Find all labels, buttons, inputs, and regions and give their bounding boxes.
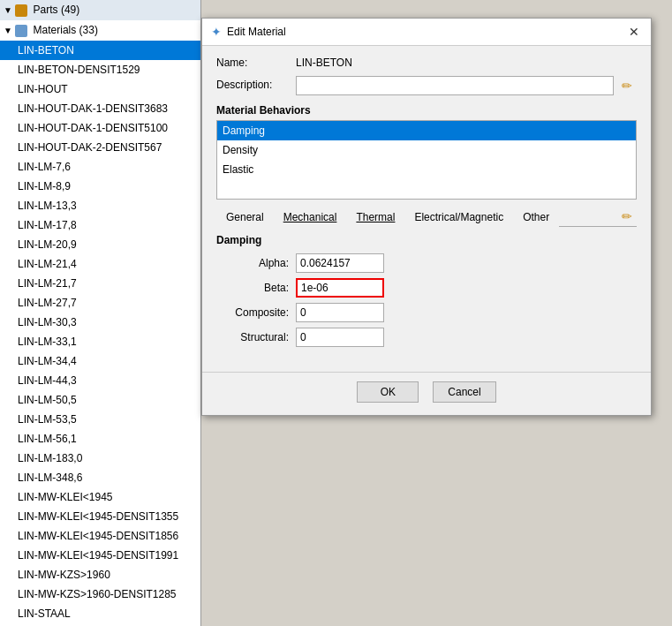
description-edit-button[interactable]: ✏ xyxy=(617,76,637,95)
form-field-label: Alpha: xyxy=(216,257,296,269)
material-list-item[interactable]: LIN-LM-30,3 xyxy=(0,313,200,332)
name-row: Name: LIN-BETON xyxy=(216,57,637,69)
dialog-body: Name: LIN-BETON Description: ✏ Material … xyxy=(202,46,651,363)
material-list-item[interactable]: LIN-LM-348,6 xyxy=(0,468,200,487)
material-list-item[interactable]: LIN-MW-KZS>1960 xyxy=(0,565,200,585)
material-list-item[interactable]: LIN-LM-27,7 xyxy=(0,293,200,313)
form-section-title: Damping xyxy=(216,234,637,246)
tabs-row: GeneralMechanicalThermalElectrical/Magne… xyxy=(216,207,637,227)
material-list-item[interactable]: LIN-MW-KLEI<1945-DENSIT1355 xyxy=(0,507,200,526)
materials-group-label: Materials (33) xyxy=(34,24,98,36)
description-input-wrap: ✏ xyxy=(296,76,637,95)
dialog-titlebar: ✦ Edit Material ✕ xyxy=(202,19,651,46)
form-row: Composite: xyxy=(216,303,637,322)
edit-material-dialog: ✦ Edit Material ✕ Name: LIN-BETON Descri… xyxy=(201,18,652,416)
material-list-item[interactable]: LIN-MW-KLEI<1945-DENSIT1856 xyxy=(0,526,200,546)
description-row: Description: ✏ xyxy=(216,76,637,95)
material-list-item[interactable]: LIN-LM-21,7 xyxy=(0,274,200,293)
expand-icon: ▼ xyxy=(4,26,12,35)
tab-other[interactable]: Other xyxy=(513,207,559,227)
form-field-label: Beta: xyxy=(216,282,296,294)
form-row: Alpha: xyxy=(216,253,637,273)
material-list-item[interactable]: LIN-LM-183,0 xyxy=(0,449,200,468)
material-list-item[interactable]: LIN-STAAL xyxy=(0,604,200,623)
material-list-item[interactable]: LIN-MW-KZS>1960-DENSIT1285 xyxy=(0,585,200,604)
ok-button[interactable]: OK xyxy=(357,381,419,403)
material-list-item[interactable]: LIN-LM-21,4 xyxy=(0,254,200,274)
parts-group-label: Parts (49) xyxy=(34,4,80,16)
tree-group-materials[interactable]: ▼ Materials (33) xyxy=(0,20,200,41)
form-field-input[interactable] xyxy=(296,303,384,322)
name-value: LIN-BETON xyxy=(296,57,352,69)
material-list-item[interactable]: LIN-HOUT-DAK-1-DENSIT3683 xyxy=(0,99,200,118)
behavior-item[interactable]: Damping xyxy=(217,121,636,140)
material-list-item[interactable]: LIN-MW-KLEI<1945 xyxy=(0,487,200,507)
behaviors-list: DampingDensityElastic xyxy=(216,120,637,200)
form-field-label: Composite: xyxy=(216,306,296,319)
material-list-item[interactable]: LIN-LM-20,9 xyxy=(0,235,200,254)
description-input[interactable] xyxy=(296,76,614,95)
dialog-title: Edit Material xyxy=(227,26,286,38)
form-row: Beta: xyxy=(216,278,637,298)
dialog-footer: OK Cancel xyxy=(202,372,651,415)
dialog-title-area: ✦ Edit Material xyxy=(211,25,286,39)
tab-edit-button[interactable]: ✏ xyxy=(617,207,637,226)
material-items-container: LIN-BETONLIN-BETON-DENSIT1529LIN-HOUTLIN… xyxy=(0,41,200,626)
material-list-item[interactable]: LIN-HOUT-DAK-1-DENSIT5100 xyxy=(0,118,200,138)
material-list-item[interactable]: LIN-HOUT-DAK-2-DENSIT567 xyxy=(0,138,200,157)
behaviors-section-title: Material Behaviors xyxy=(216,104,637,117)
behavior-item[interactable]: Elastic xyxy=(217,160,636,179)
material-list-item[interactable]: LIN-HOUT xyxy=(0,79,200,99)
material-list-item[interactable]: LIN-LM-33,1 xyxy=(0,332,200,351)
left-panel: ▼ Parts (49) ▼ Materials (33) LIN-BETONL… xyxy=(0,0,201,626)
description-label: Description: xyxy=(216,76,296,91)
material-list-item[interactable]: LIN-LM-13,3 xyxy=(0,196,200,215)
material-list-item[interactable]: LIN-LM-17,8 xyxy=(0,215,200,235)
form-fields-container: Alpha:Beta:Composite:Structural: xyxy=(216,253,637,347)
compass-icon: ✦ xyxy=(211,25,222,39)
tree-group-parts[interactable]: ▼ Parts (49) xyxy=(0,0,200,20)
material-list-item[interactable]: LIN-LM-50,5 xyxy=(0,390,200,410)
behavior-item[interactable]: Density xyxy=(217,140,636,160)
material-list-item[interactable]: LIN-LM-44,3 xyxy=(0,371,200,390)
material-list-item[interactable]: LIN-LM-8,9 xyxy=(0,177,200,196)
material-list-item[interactable]: LIN-BETON-DENSIT1529 xyxy=(0,60,200,79)
form-field-input[interactable] xyxy=(296,278,384,298)
form-row: Structural: xyxy=(216,328,637,347)
cancel-button[interactable]: Cancel xyxy=(433,381,495,403)
tab-thermal[interactable]: Thermal xyxy=(346,207,404,227)
material-list-item[interactable]: LIN-LM-53,5 xyxy=(0,410,200,429)
material-list-item[interactable]: LIN-LM-7,6 xyxy=(0,157,200,177)
tab-electrical-magnetic[interactable]: Electrical/Magnetic xyxy=(404,207,513,227)
material-list-item[interactable]: LIN-LM-34,4 xyxy=(0,351,200,371)
form-field-input[interactable] xyxy=(296,328,384,347)
form-field-label: Structural: xyxy=(216,331,296,343)
form-field-input[interactable] xyxy=(296,253,384,273)
name-label: Name: xyxy=(216,57,296,69)
tab-mechanical[interactable]: Mechanical xyxy=(274,207,347,227)
material-list-item[interactable]: LIN-BETON xyxy=(0,41,200,60)
material-list-item[interactable]: LIN-LM-56,1 xyxy=(0,429,200,449)
tab-general[interactable]: General xyxy=(216,207,274,227)
material-list-item[interactable]: LIN-MW-KLEI<1945-DENSIT1991 xyxy=(0,546,200,565)
dialog-close-button[interactable]: ✕ xyxy=(626,24,642,40)
expand-icon: ▼ xyxy=(4,5,12,15)
